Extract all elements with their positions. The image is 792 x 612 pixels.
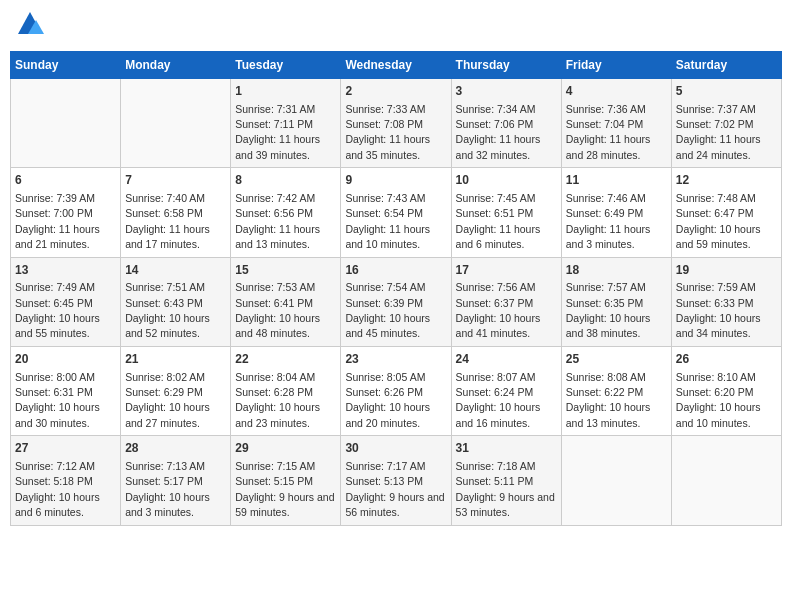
day-number: 9 — [345, 172, 446, 189]
day-number: 23 — [345, 351, 446, 368]
day-info: Sunrise: 7:12 AMSunset: 5:18 PMDaylight:… — [15, 460, 100, 518]
day-info: Sunrise: 7:45 AMSunset: 6:51 PMDaylight:… — [456, 192, 541, 250]
week-row-4: 20Sunrise: 8:00 AMSunset: 6:31 PMDayligh… — [11, 346, 782, 435]
day-number: 21 — [125, 351, 226, 368]
day-info: Sunrise: 7:42 AMSunset: 6:56 PMDaylight:… — [235, 192, 320, 250]
day-number: 14 — [125, 262, 226, 279]
day-number: 4 — [566, 83, 667, 100]
day-info: Sunrise: 8:05 AMSunset: 6:26 PMDaylight:… — [345, 371, 430, 429]
day-info: Sunrise: 7:48 AMSunset: 6:47 PMDaylight:… — [676, 192, 761, 250]
day-cell: 7Sunrise: 7:40 AMSunset: 6:58 PMDaylight… — [121, 168, 231, 257]
day-cell: 2Sunrise: 7:33 AMSunset: 7:08 PMDaylight… — [341, 78, 451, 167]
day-cell: 29Sunrise: 7:15 AMSunset: 5:15 PMDayligh… — [231, 436, 341, 525]
day-number: 18 — [566, 262, 667, 279]
day-info: Sunrise: 7:39 AMSunset: 7:00 PMDaylight:… — [15, 192, 100, 250]
day-cell: 11Sunrise: 7:46 AMSunset: 6:49 PMDayligh… — [561, 168, 671, 257]
weekday-header-tuesday: Tuesday — [231, 51, 341, 78]
day-info: Sunrise: 7:36 AMSunset: 7:04 PMDaylight:… — [566, 103, 651, 161]
day-cell: 12Sunrise: 7:48 AMSunset: 6:47 PMDayligh… — [671, 168, 781, 257]
day-cell: 13Sunrise: 7:49 AMSunset: 6:45 PMDayligh… — [11, 257, 121, 346]
weekday-header-saturday: Saturday — [671, 51, 781, 78]
day-number: 17 — [456, 262, 557, 279]
day-number: 16 — [345, 262, 446, 279]
day-number: 2 — [345, 83, 446, 100]
day-cell — [561, 436, 671, 525]
day-cell: 24Sunrise: 8:07 AMSunset: 6:24 PMDayligh… — [451, 346, 561, 435]
day-cell: 28Sunrise: 7:13 AMSunset: 5:17 PMDayligh… — [121, 436, 231, 525]
day-number: 30 — [345, 440, 446, 457]
weekday-header-thursday: Thursday — [451, 51, 561, 78]
day-info: Sunrise: 7:53 AMSunset: 6:41 PMDaylight:… — [235, 281, 320, 339]
day-number: 27 — [15, 440, 116, 457]
day-number: 20 — [15, 351, 116, 368]
day-cell: 18Sunrise: 7:57 AMSunset: 6:35 PMDayligh… — [561, 257, 671, 346]
weekday-header-monday: Monday — [121, 51, 231, 78]
day-info: Sunrise: 7:54 AMSunset: 6:39 PMDaylight:… — [345, 281, 430, 339]
page-header — [10, 10, 782, 43]
day-cell: 27Sunrise: 7:12 AMSunset: 5:18 PMDayligh… — [11, 436, 121, 525]
day-info: Sunrise: 7:43 AMSunset: 6:54 PMDaylight:… — [345, 192, 430, 250]
day-info: Sunrise: 8:10 AMSunset: 6:20 PMDaylight:… — [676, 371, 761, 429]
day-number: 28 — [125, 440, 226, 457]
day-number: 5 — [676, 83, 777, 100]
day-number: 8 — [235, 172, 336, 189]
day-info: Sunrise: 7:18 AMSunset: 5:11 PMDaylight:… — [456, 460, 555, 518]
weekday-header-sunday: Sunday — [11, 51, 121, 78]
day-cell: 22Sunrise: 8:04 AMSunset: 6:28 PMDayligh… — [231, 346, 341, 435]
day-info: Sunrise: 7:17 AMSunset: 5:13 PMDaylight:… — [345, 460, 444, 518]
day-number: 22 — [235, 351, 336, 368]
day-cell: 9Sunrise: 7:43 AMSunset: 6:54 PMDaylight… — [341, 168, 451, 257]
day-cell: 8Sunrise: 7:42 AMSunset: 6:56 PMDaylight… — [231, 168, 341, 257]
day-cell: 23Sunrise: 8:05 AMSunset: 6:26 PMDayligh… — [341, 346, 451, 435]
day-info: Sunrise: 7:46 AMSunset: 6:49 PMDaylight:… — [566, 192, 651, 250]
day-info: Sunrise: 7:40 AMSunset: 6:58 PMDaylight:… — [125, 192, 210, 250]
day-number: 11 — [566, 172, 667, 189]
day-info: Sunrise: 7:34 AMSunset: 7:06 PMDaylight:… — [456, 103, 541, 161]
day-cell: 10Sunrise: 7:45 AMSunset: 6:51 PMDayligh… — [451, 168, 561, 257]
day-info: Sunrise: 7:49 AMSunset: 6:45 PMDaylight:… — [15, 281, 100, 339]
day-number: 7 — [125, 172, 226, 189]
logo-icon — [16, 10, 44, 38]
day-number: 12 — [676, 172, 777, 189]
day-cell: 6Sunrise: 7:39 AMSunset: 7:00 PMDaylight… — [11, 168, 121, 257]
day-number: 1 — [235, 83, 336, 100]
day-cell: 26Sunrise: 8:10 AMSunset: 6:20 PMDayligh… — [671, 346, 781, 435]
day-cell: 31Sunrise: 7:18 AMSunset: 5:11 PMDayligh… — [451, 436, 561, 525]
week-row-3: 13Sunrise: 7:49 AMSunset: 6:45 PMDayligh… — [11, 257, 782, 346]
day-info: Sunrise: 8:02 AMSunset: 6:29 PMDaylight:… — [125, 371, 210, 429]
day-cell — [11, 78, 121, 167]
day-cell: 3Sunrise: 7:34 AMSunset: 7:06 PMDaylight… — [451, 78, 561, 167]
day-info: Sunrise: 7:51 AMSunset: 6:43 PMDaylight:… — [125, 281, 210, 339]
day-info: Sunrise: 7:59 AMSunset: 6:33 PMDaylight:… — [676, 281, 761, 339]
day-info: Sunrise: 8:04 AMSunset: 6:28 PMDaylight:… — [235, 371, 320, 429]
day-info: Sunrise: 7:33 AMSunset: 7:08 PMDaylight:… — [345, 103, 430, 161]
day-info: Sunrise: 7:31 AMSunset: 7:11 PMDaylight:… — [235, 103, 320, 161]
day-cell — [121, 78, 231, 167]
day-cell: 1Sunrise: 7:31 AMSunset: 7:11 PMDaylight… — [231, 78, 341, 167]
day-cell — [671, 436, 781, 525]
day-cell: 19Sunrise: 7:59 AMSunset: 6:33 PMDayligh… — [671, 257, 781, 346]
day-number: 6 — [15, 172, 116, 189]
weekday-header-wednesday: Wednesday — [341, 51, 451, 78]
day-number: 31 — [456, 440, 557, 457]
day-info: Sunrise: 7:57 AMSunset: 6:35 PMDaylight:… — [566, 281, 651, 339]
day-number: 25 — [566, 351, 667, 368]
day-info: Sunrise: 8:07 AMSunset: 6:24 PMDaylight:… — [456, 371, 541, 429]
day-cell: 14Sunrise: 7:51 AMSunset: 6:43 PMDayligh… — [121, 257, 231, 346]
day-cell: 17Sunrise: 7:56 AMSunset: 6:37 PMDayligh… — [451, 257, 561, 346]
day-cell: 5Sunrise: 7:37 AMSunset: 7:02 PMDaylight… — [671, 78, 781, 167]
day-info: Sunrise: 7:56 AMSunset: 6:37 PMDaylight:… — [456, 281, 541, 339]
day-number: 15 — [235, 262, 336, 279]
day-number: 29 — [235, 440, 336, 457]
day-cell: 20Sunrise: 8:00 AMSunset: 6:31 PMDayligh… — [11, 346, 121, 435]
day-number: 3 — [456, 83, 557, 100]
day-number: 13 — [15, 262, 116, 279]
day-cell: 4Sunrise: 7:36 AMSunset: 7:04 PMDaylight… — [561, 78, 671, 167]
week-row-2: 6Sunrise: 7:39 AMSunset: 7:00 PMDaylight… — [11, 168, 782, 257]
week-row-5: 27Sunrise: 7:12 AMSunset: 5:18 PMDayligh… — [11, 436, 782, 525]
day-cell: 21Sunrise: 8:02 AMSunset: 6:29 PMDayligh… — [121, 346, 231, 435]
day-info: Sunrise: 8:08 AMSunset: 6:22 PMDaylight:… — [566, 371, 651, 429]
weekday-header-friday: Friday — [561, 51, 671, 78]
day-number: 19 — [676, 262, 777, 279]
day-info: Sunrise: 7:37 AMSunset: 7:02 PMDaylight:… — [676, 103, 761, 161]
